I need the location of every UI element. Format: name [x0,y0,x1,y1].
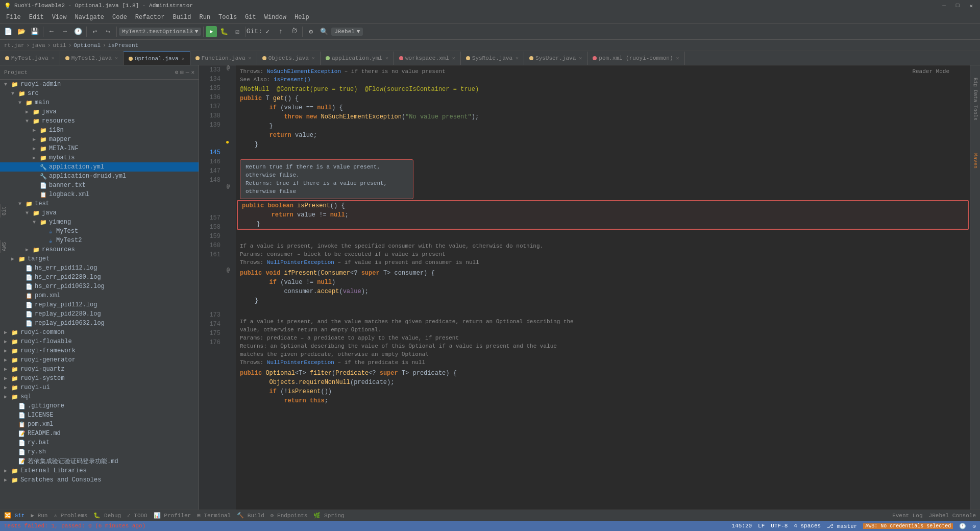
titlebar-controls[interactable]: — □ ✕ [939,2,976,10]
coverage-button[interactable]: ☑ [231,26,243,38]
jrebel-dropdown[interactable]: JRebel ▼ [331,28,363,36]
tab-close-sysuser[interactable]: ✕ [579,55,582,61]
tree-item-rysh[interactable]: 📄 ry.sh [0,447,199,456]
breadcrumb-ispresent[interactable]: isPresent [108,42,138,49]
tree-item-external-libraries[interactable]: ▶ 📁 External Libraries [0,466,199,475]
cursor-position[interactable]: 145:20 [731,523,752,529]
tree-item-meta-inf[interactable]: ▶ 📁 META-INF [0,144,199,153]
maven-label[interactable]: Maven [972,153,978,168]
tree-item-mybatis[interactable]: ▶ 📁 mybatis [0,153,199,162]
bottom-tab-git[interactable]: 🔀 Git [4,512,24,519]
tree-item-gitignore[interactable]: 📄 .gitignore [0,401,199,411]
git-branch[interactable]: ⎇ master [827,523,857,529]
tab-close-sysrole[interactable]: ✕ [516,55,519,61]
back-button[interactable]: ← [45,26,58,38]
menu-run[interactable]: Run [195,13,214,22]
code-area[interactable]: Throws: NoSuchElementException – if ther… [236,65,970,510]
tree-item-rybat[interactable]: 📄 ry.bat [0,438,199,447]
line-endings[interactable]: LF [758,523,765,529]
redo-button[interactable]: ↪ [102,26,114,38]
bottom-tab-endpoints[interactable]: ⊙ Endpoints [271,512,308,519]
tree-item-ruoyi-admin[interactable]: ▼ 📁 ruoyi-admin [0,80,199,89]
bottom-tab-debug[interactable]: 🐛 Debug [93,512,121,519]
aws-side-panel[interactable]: AWS [0,240,8,253]
menu-edit[interactable]: Edit [25,13,48,22]
vcs-update-button[interactable]: ✓ [261,26,274,38]
menu-window[interactable]: Window [260,13,290,22]
tab-close-objects[interactable]: ✕ [312,55,315,61]
minimize-button[interactable]: — [939,2,949,10]
tree-item-main[interactable]: ▼ 📁 main [0,98,199,107]
tree-item-replay2280[interactable]: 📄 replay_pid2280.log [0,309,199,319]
open-button[interactable]: 📂 [15,26,28,38]
tree-item-replay112[interactable]: 📄 replay_pid112.log [0,300,199,309]
tree-item-application-druid-yml[interactable]: 🔧 application-druid.yml [0,172,199,181]
breadcrumb-optional[interactable]: Optional [74,42,101,49]
vcs-push-button[interactable]: ↑ [275,26,287,38]
menu-git[interactable]: Git [241,13,260,22]
tab-objects[interactable]: Objects.java ✕ [257,52,321,65]
tree-item-banner-txt[interactable]: 📄 banner.txt [0,181,199,190]
tree-item-mytest-class[interactable]: ☕ MyTest [0,227,199,236]
tree-item-ruoyi-md[interactable]: 📝 若依集成验证验证码登录功能.md [0,456,199,466]
bottom-tab-spring[interactable]: 🌿 Spring [313,512,344,519]
bottom-tab-build[interactable]: 🔨 Build [237,512,264,519]
maximize-button[interactable]: □ [953,2,963,10]
tab-function[interactable]: Function.java ✕ [190,52,257,65]
menu-build[interactable]: Build [168,13,195,22]
tree-item-mapper[interactable]: ▶ 📁 mapper [0,135,199,144]
nullpointer-link-3[interactable]: NullPointerException [267,359,334,366]
tab-optional[interactable]: Optional.java ✕ [124,52,190,65]
big-data-label[interactable]: Big Data Tools [972,78,978,120]
tab-close-pom[interactable]: ✕ [676,55,679,61]
tab-sysuser[interactable]: SysUser.java ✕ [524,52,587,65]
tree-item-target[interactable]: ▶ 📁 target [0,254,199,263]
sidebar-close-icon[interactable]: ✕ [191,69,194,76]
tree-item-src[interactable]: ▼ 📁 src [0,89,199,98]
tree-item-ruoyi-common[interactable]: ▶ 📁 ruoyi-common [0,328,199,337]
git-button[interactable]: Git: [248,26,260,38]
bottom-tab-todo[interactable]: ✓ TODO [127,512,148,519]
tree-item-pom-admin[interactable]: 📋 pom.xml [0,291,199,300]
tree-item-hserr2280[interactable]: 📄 hs_err_pid2280.log [0,273,199,282]
debug-button[interactable]: 🐛 [218,26,230,38]
tree-item-ruoyi-system[interactable]: ▶ 📁 ruoyi-system [0,374,199,383]
tree-item-ruoyi-flowable[interactable]: ▶ 📁 ruoyi-flowable [0,337,199,346]
tab-sysrole[interactable]: SysRole.java ✕ [461,52,524,65]
run-config-dropdown[interactable]: MyTest2.testOptional3 ▼ [119,28,201,36]
ispresent-link[interactable]: isPresent() [274,77,311,83]
menu-tools[interactable]: Tools [214,13,241,22]
bottom-tab-terminal[interactable]: ⊞ Terminal [197,512,231,519]
tab-workspace[interactable]: workspace.xml ✕ [394,52,461,65]
sidebar-gear-icon[interactable]: ⚙ [175,69,179,76]
sidebar-layout-icon[interactable]: ⊞ [180,69,184,76]
menu-file[interactable]: File [2,13,25,22]
event-log-link[interactable]: Event Log [892,513,922,519]
recent-files-button[interactable]: 🕐 [72,26,84,38]
tree-item-replay10632[interactable]: 📄 replay_pid10632.log [0,319,199,328]
tab-mytest2[interactable]: MyTest2.java ✕ [60,52,124,65]
tree-item-java-test[interactable]: ▼ 📁 java [0,208,199,218]
menu-refactor[interactable]: Refactor [131,13,169,22]
menu-navigate[interactable]: Navigate [70,13,108,22]
tree-item-license[interactable]: 📄 LICENSE [0,411,199,420]
tree-item-application-yml[interactable]: 🔧 application.yml [0,162,199,172]
tree-item-logback-xml[interactable]: 📋 logback.xml [0,190,199,199]
no-such-element-link[interactable]: NoSuchElementException [267,68,341,75]
nullpointer-link-2[interactable]: NullPointerException [267,259,334,266]
gutter-145-marker[interactable]: ● [226,139,229,146]
sidebar-collapse-icon[interactable]: — [186,69,189,76]
tab-mytest[interactable]: MyTest.java ✕ [0,52,60,65]
tab-close-optional[interactable]: ✕ [182,56,185,62]
tree-item-hserr10632[interactable]: 📄 hs_err_pid10632.log [0,282,199,291]
tab-close-mytest[interactable]: ✕ [52,55,55,61]
tree-item-ruoyi-framework[interactable]: ▶ 📁 ruoyi-framework [0,346,199,355]
tab-close-function[interactable]: ✕ [249,55,252,61]
reader-mode-button[interactable]: Reader Mode [912,68,949,75]
bottom-tab-run[interactable]: ▶ Run [31,512,47,519]
breadcrumb-java[interactable]: java [32,42,45,49]
jrebel-console-link[interactable]: JRebel Console [929,513,976,519]
git-side-panel[interactable]: Git [0,204,8,218]
encoding[interactable]: UTF-8 [771,523,788,529]
tab-pom[interactable]: pom.xml (ruoyi-common) ✕ [587,52,684,65]
